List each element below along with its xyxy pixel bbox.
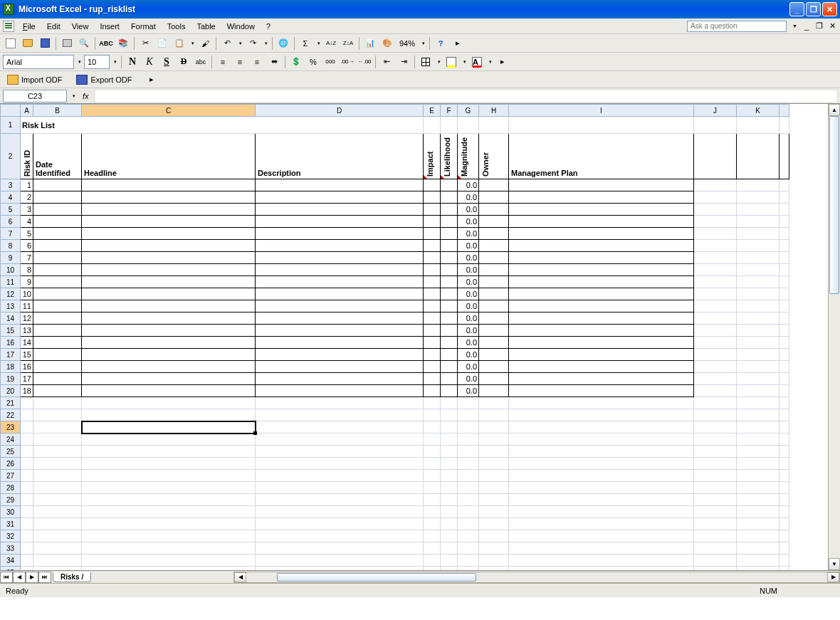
cell-F12[interactable] [441, 288, 458, 300]
cell-row22-col0[interactable] [21, 409, 33, 421]
cell-I16[interactable] [509, 337, 694, 349]
cell-B11[interactable] [33, 276, 82, 288]
cell-row29-col8[interactable] [509, 494, 694, 506]
cell-row28-col4[interactable] [424, 482, 441, 494]
cell-row22-col2[interactable] [82, 409, 256, 421]
cell-row29-col9[interactable] [694, 494, 737, 506]
cell-row31-col0[interactable] [21, 518, 33, 530]
vertical-scrollbar[interactable]: ▲ ▼ [828, 104, 840, 570]
menu-table[interactable]: Table [191, 21, 221, 32]
cell-row25-col10[interactable] [737, 446, 779, 458]
cell-row22-col4[interactable] [424, 409, 441, 421]
cell-row28-col10[interactable] [737, 482, 779, 494]
col-header-H[interactable]: H [479, 105, 509, 117]
cell-row27-col7[interactable] [479, 470, 509, 482]
cell-row28-col11[interactable] [779, 482, 789, 494]
cell-E5[interactable] [424, 204, 441, 216]
cell-row29-col11[interactable] [779, 494, 789, 506]
minimize-button[interactable]: _ [789, 2, 804, 16]
cell-row22-col1[interactable] [33, 409, 82, 421]
cell-F15[interactable] [441, 325, 458, 337]
cell-F14[interactable] [441, 312, 458, 325]
cell-H7[interactable] [479, 228, 509, 240]
decrease-indent-button[interactable]: ⇤ [379, 54, 394, 70]
cell-row28-col1[interactable] [33, 482, 82, 494]
cell-F7[interactable] [441, 228, 458, 240]
cell-F6[interactable] [441, 216, 458, 228]
fillcolor-dropdown-icon[interactable]: ▾ [462, 58, 468, 66]
cell-row26-col5[interactable] [441, 458, 458, 470]
row-header-26[interactable]: 26 [1, 458, 21, 470]
cell-row33-col8[interactable] [509, 542, 694, 555]
cell-row29-col4[interactable] [424, 494, 441, 506]
col-header-C[interactable]: C [82, 105, 256, 117]
cell-row31-col2[interactable] [82, 518, 256, 530]
cell-row24-col11[interactable] [779, 434, 789, 446]
import-odf-button[interactable]: Import ODF [4, 73, 65, 86]
cell-row32-col9[interactable] [694, 530, 737, 542]
cell-row29-col7[interactable] [479, 494, 509, 506]
cell-E20[interactable] [424, 385, 441, 397]
row-header-1[interactable]: 1 [1, 117, 21, 134]
cell-B13[interactable] [33, 300, 82, 312]
cell-H16[interactable] [479, 337, 509, 349]
cell-F10[interactable] [441, 264, 458, 276]
cell-C15[interactable] [82, 325, 256, 337]
cell-row34-col0[interactable] [21, 555, 33, 567]
cell-C13[interactable] [82, 300, 256, 312]
cell-row34-col6[interactable] [458, 555, 479, 567]
cell-C17[interactable] [82, 349, 256, 361]
cell-row27-col5[interactable] [441, 470, 458, 482]
comma-button[interactable]: 000 [322, 54, 338, 70]
cell-F11[interactable] [441, 276, 458, 288]
cell-row29-col10[interactable] [737, 494, 779, 506]
fill-color-button[interactable] [443, 54, 459, 70]
cell-row24-col4[interactable] [424, 434, 441, 446]
maximize-button[interactable]: ❐ [806, 2, 821, 16]
cell-G19[interactable]: 0.0 [458, 373, 479, 385]
row-header-13[interactable]: 13 [1, 300, 21, 312]
cell-row35-col5[interactable] [441, 567, 458, 571]
cell-row28-col2[interactable] [82, 482, 256, 494]
help-button[interactable]: ? [433, 36, 448, 51]
redo-button[interactable]: ↷ [245, 36, 261, 51]
cell-row25-col8[interactable] [509, 446, 694, 458]
cell-B5[interactable] [33, 204, 82, 216]
cell-row33-col11[interactable] [779, 542, 789, 555]
cell-row29-col5[interactable] [441, 494, 458, 506]
cell-D16[interactable] [256, 337, 424, 349]
cell-C18[interactable] [82, 361, 256, 373]
row-header-28[interactable]: 28 [1, 482, 21, 494]
cell-E16[interactable] [424, 337, 441, 349]
cell-row23-col7[interactable] [479, 421, 509, 434]
cell-row34-col5[interactable] [441, 555, 458, 567]
cell-row30-col4[interactable] [424, 506, 441, 518]
cell-G10[interactable]: 0.0 [458, 264, 479, 276]
cell-row35-col4[interactable] [424, 567, 441, 571]
cell-row35-col1[interactable] [33, 567, 82, 571]
cell-A9[interactable]: 7 [21, 252, 33, 264]
cell-A4[interactable]: 2 [21, 191, 33, 204]
fx-label[interactable]: fx [80, 92, 92, 100]
row-header-25[interactable]: 25 [1, 446, 21, 458]
sheet-tab-risks[interactable]: Risks / [53, 572, 91, 582]
hscroll-thumb[interactable] [277, 573, 476, 582]
cell-row34-col4[interactable] [424, 555, 441, 567]
cell-A7[interactable]: 5 [21, 228, 33, 240]
sort-asc-button[interactable]: A↓Z [323, 36, 339, 51]
cell-row27-col10[interactable] [737, 470, 779, 482]
export-odf-button[interactable]: Export ODF [73, 73, 135, 86]
row-header-35[interactable]: 35 [1, 567, 21, 571]
cell-F20[interactable] [441, 385, 458, 397]
open-button[interactable] [20, 36, 36, 51]
tab-next-button[interactable]: ▶ [26, 572, 38, 583]
tab-first-button[interactable]: ⏮ [0, 572, 13, 583]
cell-E17[interactable] [424, 349, 441, 361]
cell-row35-col10[interactable] [737, 567, 779, 571]
menu-file[interactable]: File [17, 21, 41, 32]
row-header-23[interactable]: 23 [1, 421, 21, 434]
cell-H5[interactable] [479, 204, 509, 216]
cell-row28-col3[interactable] [256, 482, 424, 494]
cell-H14[interactable] [479, 312, 509, 325]
cell-H3[interactable] [479, 179, 509, 191]
